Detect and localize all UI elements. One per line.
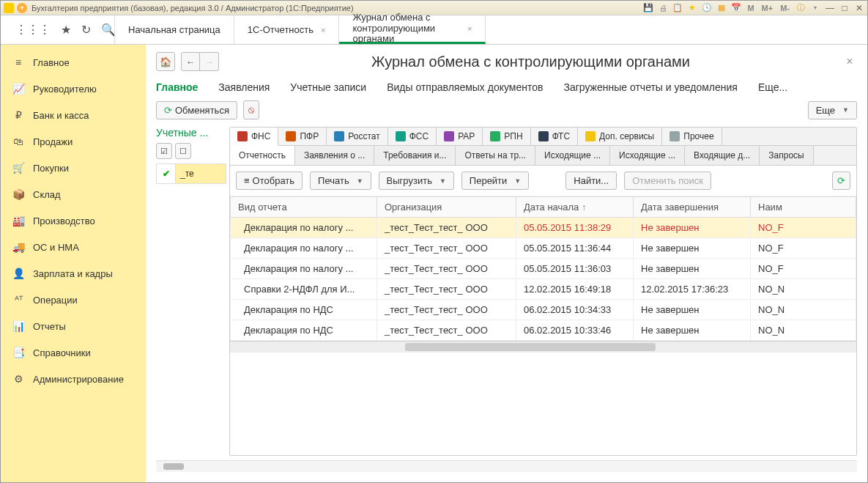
search-icon[interactable]: 🔍: [101, 23, 116, 37]
favorite-icon[interactable]: ★: [687, 3, 697, 13]
apps-icon[interactable]: ⋮⋮⋮: [15, 23, 51, 37]
col-name[interactable]: Наим: [751, 197, 856, 218]
cell-org: _тест_Тест_тест_ ООО: [377, 218, 516, 238]
agency-tab-7[interactable]: Доп. сервисы: [578, 128, 662, 145]
export-label: Выгрузить: [387, 175, 432, 186]
calculator-icon[interactable]: ▦: [716, 3, 727, 13]
print-icon[interactable]: 🖨: [658, 3, 668, 13]
exchange-button[interactable]: ⟳Обменяться: [156, 101, 237, 119]
find-button[interactable]: Найти...: [565, 172, 617, 190]
table-row[interactable]: Декларация по налогу ..._тест_Тест_тест_…: [231, 238, 856, 259]
tab-close-icon[interactable]: ×: [321, 26, 325, 34]
category-tab-6[interactable]: Входящие д...: [685, 146, 760, 165]
sidebar-item-1[interactable]: 📈Руководителю: [1, 75, 146, 102]
subnav-more[interactable]: Еще...: [758, 81, 787, 93]
scroll-thumb[interactable]: [163, 463, 185, 470]
sidebar-item-0[interactable]: ≡Главное: [1, 49, 146, 75]
more-button[interactable]: Еще▼: [808, 101, 857, 119]
app-dropdown-icon[interactable]: ▾: [17, 3, 27, 13]
col-org[interactable]: Организация: [377, 197, 516, 218]
subnav-apps[interactable]: Заявления: [218, 81, 270, 93]
sidebar-item-12[interactable]: ⚙Администрирование: [1, 366, 146, 392]
sidebar-item-10[interactable]: 📊Отчеты: [1, 313, 146, 339]
account-row[interactable]: ✔ _те: [156, 163, 226, 184]
sidebar-item-7[interactable]: 🚚ОС и НМА: [1, 234, 146, 260]
memory-mminus[interactable]: M-: [779, 4, 791, 12]
subnav-main[interactable]: Главное: [156, 81, 198, 93]
subnav-doctypes[interactable]: Виды отправляемых документов: [387, 81, 543, 93]
grid-hscroll[interactable]: [230, 341, 856, 353]
reports-grid[interactable]: Вид отчета Организация Дата начала Дата …: [230, 196, 856, 455]
memory-mplus[interactable]: M+: [760, 4, 775, 12]
category-tab-7[interactable]: Запросы: [760, 146, 813, 165]
home-button[interactable]: 🏠: [156, 52, 175, 71]
sidebar-item-2[interactable]: ₽Банк и касса: [1, 102, 146, 128]
history-nav-icon[interactable]: ↻: [81, 23, 91, 37]
agency-tab-3[interactable]: ФСС: [388, 128, 437, 145]
tab-reporting[interactable]: 1С-Отчетность×: [234, 15, 340, 44]
category-tab-4[interactable]: Исходящие ...: [535, 146, 610, 165]
agency-tab-8[interactable]: Прочее: [662, 128, 722, 145]
cancel-search-button[interactable]: Отменить поиск: [624, 172, 711, 190]
filter-button[interactable]: ≡Отобрать: [236, 172, 303, 190]
check-all-button[interactable]: ☑: [156, 143, 172, 159]
col-end[interactable]: Дата завершения: [634, 197, 751, 218]
sidebar-item-8[interactable]: 👤Зарплата и кадры: [1, 260, 146, 287]
agency-tab-0[interactable]: ФНС: [230, 128, 278, 146]
subnav-loaded[interactable]: Загруженные отчеты и уведомления: [563, 81, 738, 93]
col-start[interactable]: Дата начала: [516, 197, 634, 218]
category-tab-0[interactable]: Отчетность: [230, 146, 295, 165]
minimize-button[interactable]: —: [825, 3, 835, 13]
sidebar-item-11[interactable]: 📑Справочники: [1, 339, 146, 366]
calendar-icon[interactable]: 📅: [731, 3, 741, 13]
export-button[interactable]: Выгрузить▼: [379, 172, 454, 190]
page-hscroll[interactable]: [156, 460, 857, 472]
memory-m[interactable]: M: [746, 4, 755, 12]
back-button[interactable]: ←: [181, 52, 200, 71]
sidebar-item-4[interactable]: 🛒Покупки: [1, 155, 146, 181]
category-tab-3[interactable]: Ответы на тр...: [456, 146, 535, 165]
agency-tab-4[interactable]: РАР: [437, 128, 483, 145]
refresh-button[interactable]: ⟳: [832, 172, 850, 190]
sidebar-item-5[interactable]: 📦Склад: [1, 181, 146, 207]
maximize-button[interactable]: □: [839, 3, 850, 13]
sidebar-item-9[interactable]: ᴬᵀОперации: [1, 287, 146, 313]
table-row[interactable]: Справки 2-НДФЛ для И..._тест_Тест_тест_ …: [231, 279, 856, 300]
table-row[interactable]: Декларация по налогу ..._тест_Тест_тест_…: [231, 259, 856, 279]
table-row[interactable]: Декларация по НДС_тест_Тест_тест_ ООО06.…: [231, 320, 856, 341]
sidebar-item-6[interactable]: 🏭Производство: [1, 207, 146, 234]
col-type[interactable]: Вид отчета: [231, 197, 377, 218]
close-window-button[interactable]: ✕: [854, 3, 864, 13]
info-dd-icon[interactable]: ▾: [810, 3, 820, 13]
subnav-accounts[interactable]: Учетные записи: [290, 81, 366, 93]
category-tab-1[interactable]: Заявления о ...: [295, 146, 374, 165]
star-icon[interactable]: ★: [61, 23, 71, 37]
tab-exchange-journal[interactable]: Журнал обмена с контролирующими органами…: [339, 15, 486, 44]
history-icon[interactable]: 🕓: [702, 3, 712, 13]
slash-icon: ⦸: [248, 104, 254, 116]
agency-tab-6[interactable]: ФТС: [531, 128, 578, 145]
copy-icon[interactable]: 📋: [672, 3, 683, 13]
table-row[interactable]: Декларация по НДС_тест_Тест_тест_ ООО06.…: [231, 300, 856, 320]
cell-end: Не завершен: [634, 238, 751, 259]
sidebar-item-3[interactable]: 🛍Продажи: [1, 128, 146, 155]
toggle-button[interactable]: ⦸: [243, 100, 259, 119]
agency-tab-5[interactable]: РПН: [483, 128, 530, 145]
agency-tab-2[interactable]: Росстат: [327, 128, 387, 145]
close-page-button[interactable]: ×: [842, 55, 857, 68]
category-tab-2[interactable]: Требования и...: [374, 146, 456, 165]
category-tab-5[interactable]: Исходящие ...: [610, 146, 685, 165]
save-icon[interactable]: 💾: [643, 3, 653, 13]
exchange-icon: ⟳: [164, 105, 172, 116]
table-row[interactable]: Декларация по налогу ..._тест_Тест_тест_…: [231, 218, 856, 238]
forward-button[interactable]: →: [200, 52, 219, 71]
tab-close-icon[interactable]: ×: [467, 24, 472, 33]
goto-button[interactable]: Перейти▼: [461, 172, 529, 190]
tab-start[interactable]: Начальная страница: [114, 15, 234, 44]
agency-tab-1[interactable]: ПФР: [278, 128, 327, 145]
scroll-thumb[interactable]: [405, 343, 656, 351]
print-button[interactable]: Печать▼: [310, 172, 371, 190]
info-icon[interactable]: ⓘ: [795, 3, 806, 13]
check-icon[interactable]: ✔: [157, 164, 176, 183]
uncheck-all-button[interactable]: ☐: [175, 143, 191, 159]
